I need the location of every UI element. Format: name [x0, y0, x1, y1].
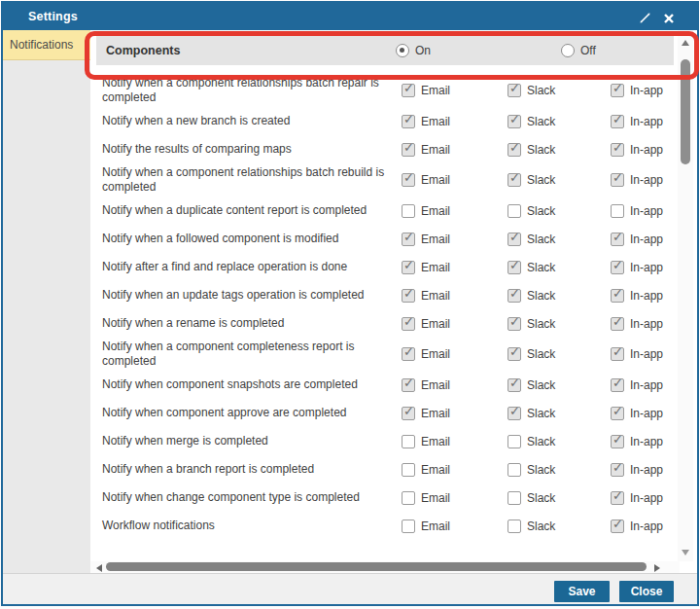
checkbox-in-app-checked[interactable] — [611, 435, 624, 448]
checkbox-email-checked[interactable] — [402, 143, 415, 157]
channel-cell-slack: Slack — [508, 347, 611, 361]
row-label: Notify when component approve are comple… — [102, 406, 402, 420]
notification-row: Notify when a new branch is created Emai… — [90, 107, 680, 135]
checkbox-email-checked[interactable] — [402, 407, 415, 420]
vertical-scrollbar[interactable] — [678, 30, 693, 561]
checkbox-slack-checked[interactable] — [508, 233, 521, 246]
checkbox-in-app-checked[interactable] — [611, 317, 624, 331]
checkbox-in-app-checked[interactable] — [611, 233, 624, 246]
channel-label: Slack — [527, 84, 555, 97]
checkbox-email-checked[interactable] — [402, 261, 415, 274]
checkbox-email-checked[interactable] — [402, 317, 415, 331]
checkbox-slack-checked[interactable] — [508, 407, 521, 420]
checkbox-email-checked[interactable] — [402, 84, 415, 97]
checkbox-slack-checked[interactable] — [508, 115, 521, 128]
checkbox-in-app-checked[interactable] — [611, 491, 624, 505]
sidebar-tab-notifications[interactable]: Notifications — [3, 30, 90, 60]
row-label: Notify when a new branch is created — [102, 114, 402, 128]
row-label: Notify the results of comparing maps — [102, 142, 402, 157]
checkbox-in-app-checked[interactable] — [611, 407, 624, 420]
channel-label: Email — [421, 289, 450, 303]
checkbox-slack-checked[interactable] — [508, 173, 521, 187]
checkbox-in-app-checked[interactable] — [611, 173, 624, 187]
channel-label: In-app — [630, 289, 663, 303]
radio-on-icon[interactable] — [396, 44, 409, 57]
vertical-scrollbar-thumb[interactable] — [681, 59, 690, 164]
channel-label: In-app — [630, 407, 663, 420]
checkbox-in-app-checked[interactable] — [611, 115, 624, 128]
close-icon[interactable] — [663, 11, 676, 23]
checkbox-slack-checked[interactable] — [508, 289, 521, 303]
channel-cell-in-app: In-app — [611, 347, 680, 361]
checkbox-in-app-unchecked[interactable] — [611, 204, 624, 218]
checkbox-email-checked[interactable] — [402, 233, 415, 246]
channel-label: Slack — [527, 317, 555, 331]
checkbox-in-app-checked[interactable] — [611, 84, 624, 97]
notification-row: Notify when an update tags operation is … — [90, 281, 680, 309]
channel-cell-slack: Slack — [508, 407, 611, 420]
channel-label: Email — [421, 173, 450, 187]
channel-cell-in-app: In-app — [611, 378, 680, 392]
maximize-icon[interactable] — [639, 11, 651, 23]
channel-label: In-app — [630, 143, 663, 157]
channel-cell-slack: Slack — [508, 173, 611, 187]
save-button[interactable]: Save — [554, 581, 610, 602]
checkbox-slack-checked[interactable] — [508, 378, 521, 392]
checkbox-email-checked[interactable] — [402, 378, 415, 392]
checkbox-in-app-checked[interactable] — [611, 378, 624, 392]
channel-cell-slack: Slack — [508, 519, 611, 533]
channel-cell-in-app: In-app — [611, 173, 680, 187]
checkbox-slack-checked[interactable] — [508, 261, 521, 274]
checkbox-email-unchecked[interactable] — [402, 204, 415, 218]
channel-cell-in-app: In-app — [611, 435, 680, 448]
checkbox-in-app-checked[interactable] — [611, 261, 624, 274]
close-button[interactable]: Close — [619, 581, 674, 602]
components-header-row: Components On Off — [96, 35, 674, 65]
row-label: Notify when a component relationships ba… — [102, 76, 402, 105]
sidebar-tab-label: Notifications — [10, 38, 73, 52]
checkbox-email-checked[interactable] — [402, 173, 415, 187]
checkbox-slack-unchecked[interactable] — [508, 204, 521, 218]
checkbox-email-checked[interactable] — [402, 115, 415, 128]
checkbox-slack-checked[interactable] — [508, 143, 521, 157]
channel-cell-email: Email — [402, 204, 508, 218]
checkbox-email-checked[interactable] — [402, 347, 415, 361]
channel-cell-in-app: In-app — [611, 407, 680, 420]
channel-label: Email — [421, 261, 450, 274]
checkbox-in-app-checked[interactable] — [611, 289, 624, 303]
checkbox-email-unchecked[interactable] — [402, 519, 415, 533]
scroll-left-arrow-icon[interactable] — [96, 564, 102, 572]
scroll-down-arrow-icon[interactable] — [682, 550, 689, 555]
checkbox-slack-unchecked[interactable] — [508, 491, 521, 505]
channel-cell-email: Email — [402, 463, 508, 477]
channel-cell-email: Email — [402, 347, 508, 361]
checkbox-email-unchecked[interactable] — [402, 491, 415, 505]
scroll-up-arrow-icon[interactable] — [682, 40, 689, 46]
components-on-option[interactable]: On — [396, 44, 431, 57]
horizontal-scrollbar-thumb[interactable] — [106, 562, 647, 571]
channel-label: Slack — [527, 233, 555, 246]
scroll-right-arrow-icon[interactable] — [654, 564, 660, 572]
checkbox-email-unchecked[interactable] — [402, 435, 415, 448]
checkbox-in-app-checked[interactable] — [611, 143, 624, 157]
notification-row: Notify the results of comparing maps Ema… — [90, 135, 680, 163]
checkbox-in-app-checked[interactable] — [611, 347, 624, 361]
checkbox-slack-unchecked[interactable] — [508, 435, 521, 448]
channel-label: In-app — [630, 84, 663, 97]
channel-cell-email: Email — [402, 84, 508, 97]
row-label: Notify when a followed component is modi… — [102, 232, 402, 246]
components-off-option[interactable]: Off — [561, 44, 596, 57]
checkbox-slack-checked[interactable] — [508, 317, 521, 331]
notification-row: Notify when a rename is completed EmailS… — [90, 309, 680, 338]
checkbox-slack-checked[interactable] — [508, 84, 521, 97]
checkbox-email-unchecked[interactable] — [402, 463, 415, 477]
checkbox-slack-checked[interactable] — [508, 347, 521, 361]
channel-label: Slack — [527, 173, 555, 187]
checkbox-email-checked[interactable] — [402, 289, 415, 303]
checkbox-in-app-checked[interactable] — [611, 519, 624, 533]
checkbox-slack-unchecked[interactable] — [508, 463, 521, 477]
channel-label: Email — [421, 233, 450, 246]
checkbox-slack-unchecked[interactable] — [508, 519, 521, 533]
checkbox-in-app-checked[interactable] — [611, 463, 624, 477]
radio-off-icon[interactable] — [561, 44, 575, 57]
